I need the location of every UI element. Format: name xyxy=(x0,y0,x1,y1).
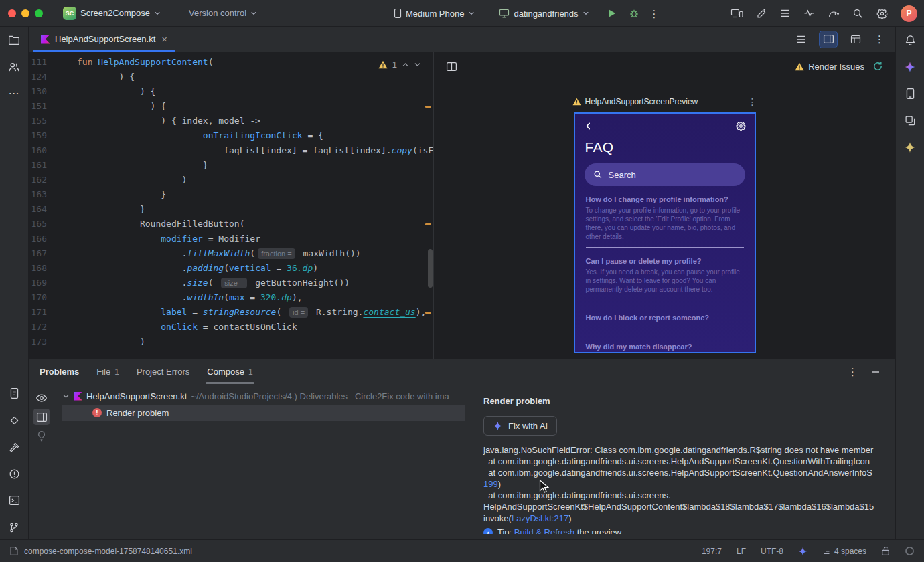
code-line: 130 ) { xyxy=(29,84,433,99)
editor-tab[interactable]: HelpAndSupportScreen.kt × xyxy=(33,27,175,52)
code-line: 167 .fillMaxWidth(fraction = maxWidth()) xyxy=(29,246,433,261)
notifications-bell-icon[interactable] xyxy=(903,33,917,47)
search-icon[interactable] xyxy=(852,8,864,19)
code-line: 168 .padding(vertical = 36.dp) xyxy=(29,261,433,276)
faq-search-placeholder: Search xyxy=(609,170,636,180)
split-view-icon[interactable] xyxy=(820,31,837,48)
encoding-widget[interactable]: UTF-8 xyxy=(761,547,783,556)
profiler-icon[interactable] xyxy=(803,9,815,18)
close-window-button[interactable] xyxy=(8,9,16,17)
code-line: 172 onClick = contactUsOnClick xyxy=(29,320,433,335)
show-details-pane-icon[interactable] xyxy=(33,409,50,425)
more-tools-icon[interactable]: ⋯ xyxy=(7,87,21,100)
editor-scrollbar[interactable] xyxy=(428,249,433,288)
problem-row[interactable]: ! Render problem xyxy=(62,405,465,421)
problems-tool-icon[interactable] xyxy=(7,467,21,480)
code-line: 151 ) { xyxy=(29,99,433,114)
stack-line: invoke(LazyDsl.kt:217) xyxy=(483,512,895,524)
hide-panel-icon[interactable] xyxy=(871,367,880,377)
title-bar: SC Screen2Compose Version control Medium… xyxy=(0,0,924,27)
phone-preview[interactable]: FAQ Search How do I change my profile in… xyxy=(574,112,756,353)
task-list-icon[interactable] xyxy=(780,9,791,18)
settings-gear-icon[interactable] xyxy=(876,8,888,19)
chevron-down-icon xyxy=(250,10,257,17)
logcat-tool-icon[interactable] xyxy=(7,387,21,400)
render-issues-button[interactable]: Render Issues xyxy=(795,62,864,72)
close-tab-icon[interactable]: × xyxy=(161,33,167,45)
warning-icon xyxy=(378,60,388,69)
lock-icon[interactable] xyxy=(881,546,890,556)
tip-row: i Tip: Build & Refresh the preview. xyxy=(483,527,895,534)
chevron-down-icon xyxy=(468,10,475,17)
line-number: 167 xyxy=(29,246,47,261)
app-inspection-tool-icon[interactable] xyxy=(7,413,21,427)
problems-tab-compose[interactable]: Compose1 xyxy=(207,359,252,384)
stack-link[interactable]: 199 xyxy=(483,479,498,489)
ide-window: SC Screen2Compose Version control Medium… xyxy=(0,0,924,562)
run-config-selector[interactable]: datingandfriends xyxy=(499,9,589,19)
chevron-down-icon[interactable] xyxy=(62,393,70,400)
ai-assistant-status-icon[interactable] xyxy=(798,547,807,556)
user-avatar[interactable]: P xyxy=(901,5,917,22)
stack-line: 199) xyxy=(483,478,895,490)
more-run-options-button[interactable]: ⋮ xyxy=(649,9,660,19)
code-line: 173 ) xyxy=(29,335,433,349)
preview-menu-kebab-icon[interactable]: ⋮ xyxy=(748,96,757,107)
running-devices-tool-icon[interactable] xyxy=(903,87,917,100)
problems-file-row[interactable]: HelpAndSupportScreen.kt ~/AndroidStudioP… xyxy=(62,388,473,404)
code-view-icon[interactable] xyxy=(792,31,810,48)
gradle-sync-icon[interactable] xyxy=(828,9,840,18)
device-selector[interactable]: Medium Phone xyxy=(394,8,475,19)
gemini-assist-icon[interactable] xyxy=(756,8,767,19)
editor-options-kebab-icon[interactable]: ⋮ xyxy=(874,34,884,44)
device-mirroring-icon[interactable] xyxy=(730,8,743,19)
code-line: 124 ) { xyxy=(29,70,433,84)
problems-tab-file[interactable]: File1 xyxy=(96,359,119,384)
run-button[interactable] xyxy=(607,8,617,19)
preview-layout-icon[interactable] xyxy=(446,62,457,72)
settings-gear-icon xyxy=(736,121,746,131)
quick-fix-bulb-icon[interactable] xyxy=(33,428,50,444)
next-problem-icon[interactable] xyxy=(414,61,421,68)
indent-widget[interactable]: 4 spaces xyxy=(822,547,866,556)
project-selector[interactable]: SC Screen2Compose xyxy=(63,7,161,20)
debug-button[interactable] xyxy=(629,8,639,19)
status-indicator-icon[interactable] xyxy=(905,546,915,556)
device-explorer-tool-icon[interactable] xyxy=(903,114,917,127)
build-refresh-link[interactable]: Build & Refresh xyxy=(514,527,574,534)
problems-tab-project-errors[interactable]: Project Errors xyxy=(137,359,189,384)
panel-options-kebab-icon[interactable]: ⋮ xyxy=(848,367,858,377)
warning-stripe-mark xyxy=(425,106,431,108)
left-tool-stripe: ⋯ xyxy=(0,27,29,539)
caret-position-widget[interactable]: 197:7 xyxy=(702,547,722,556)
line-number: 163 xyxy=(29,187,47,202)
assistant-star-icon[interactable] xyxy=(903,140,917,154)
vcs-menu[interactable]: Version control xyxy=(189,8,257,18)
prev-problem-icon[interactable] xyxy=(402,61,409,68)
code-editor[interactable]: 111fun HelpAndSupportContent(124 ) {130 … xyxy=(29,52,433,349)
project-tool-icon[interactable] xyxy=(7,33,21,47)
minimize-window-button[interactable] xyxy=(21,9,29,17)
project-icon: SC xyxy=(63,7,76,20)
build-tool-icon[interactable] xyxy=(7,440,21,454)
zoom-window-button[interactable] xyxy=(35,9,43,17)
terminal-tool-icon[interactable] xyxy=(7,494,21,507)
faq-search-bar: Search xyxy=(585,163,745,186)
preview-problem-eye-icon[interactable] xyxy=(33,390,50,406)
design-view-icon[interactable] xyxy=(847,31,864,48)
fix-with-ai-button[interactable]: Fix with AI xyxy=(483,416,557,436)
inspection-widget[interactable]: 1 xyxy=(376,58,424,71)
collaborators-tool-icon[interactable] xyxy=(7,60,21,74)
preview-title-row: HelpAndSupportScreenPreview ⋮ xyxy=(572,96,757,107)
line-number: 165 xyxy=(29,217,47,231)
refresh-preview-icon[interactable] xyxy=(872,61,883,72)
line-separator-widget[interactable]: LF xyxy=(737,547,746,556)
problems-panel-title[interactable]: Problems xyxy=(40,367,79,377)
faq-question: Why did my match disappear? xyxy=(586,338,744,351)
indent-icon xyxy=(822,547,831,555)
statusbar-breadcrumb[interactable]: compose-compose-model-1758748140651.xml xyxy=(9,546,192,556)
stack-link[interactable]: LazyDsl.kt:217 xyxy=(512,513,568,523)
gemini-tool-icon[interactable] xyxy=(903,60,917,74)
faq-divider xyxy=(586,300,744,300)
version-control-tool-icon[interactable] xyxy=(7,521,21,534)
